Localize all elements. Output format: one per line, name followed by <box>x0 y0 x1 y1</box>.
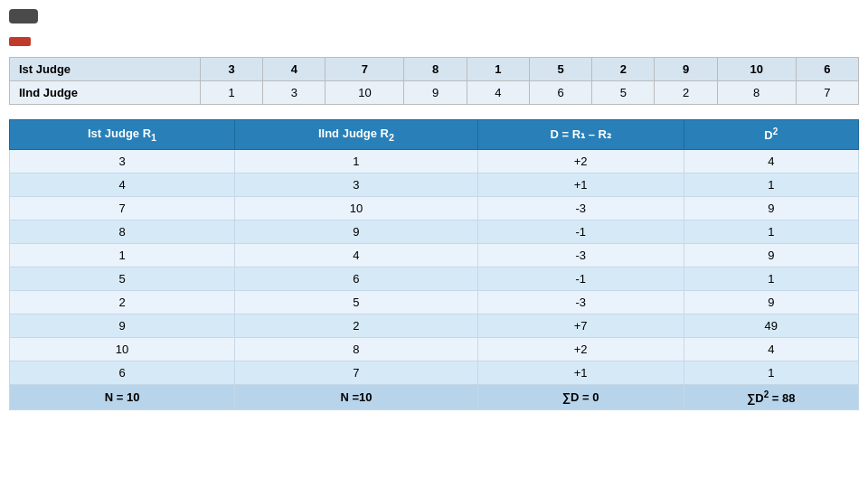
rank-cell: 7 <box>796 81 858 105</box>
rank-cell: 3 <box>263 81 326 105</box>
detail-cell: +7 <box>477 314 684 337</box>
rank-cell: 10 <box>717 58 796 81</box>
rank-cell: 5 <box>592 81 655 105</box>
detail-row: 43+11 <box>10 173 859 196</box>
detail-cell: 2 <box>10 290 235 314</box>
rank-cell: 8 <box>717 81 796 105</box>
detail-cell: 3 <box>10 149 235 173</box>
detail-cell: 6 <box>10 361 235 384</box>
detail-row: N = 10N =10∑D = 0∑D2 = 88 <box>10 384 859 409</box>
example-row <box>9 37 859 46</box>
rank-cell: 1 <box>200 81 262 105</box>
rank-cell: 8 <box>404 58 467 81</box>
rank-cell: 4 <box>467 81 529 105</box>
rank-cell: 4 <box>263 58 326 81</box>
detail-cell: 9 <box>235 220 478 243</box>
detail-cell: 5 <box>10 267 235 290</box>
detail-cell: 9 <box>684 243 858 267</box>
rank-row-label: IInd Judge <box>10 81 201 105</box>
detail-row: 108+24 <box>10 337 859 361</box>
detail-cell: -1 <box>477 267 684 290</box>
rank-cell: 7 <box>326 58 404 81</box>
rank-cell: 9 <box>404 81 467 105</box>
rank-cell: 6 <box>529 81 591 105</box>
detail-row: 89-11 <box>10 220 859 243</box>
ranks-table: Ist Judge34781529106IInd Judge1310946528… <box>9 57 859 105</box>
detail-cell: +2 <box>477 337 684 361</box>
detail-cell: ∑D = 0 <box>477 384 684 409</box>
detail-cell: 1 <box>684 361 858 384</box>
detail-cell: 1 <box>235 149 478 173</box>
detail-cell: 1 <box>684 220 858 243</box>
detail-row: 25-39 <box>10 290 859 314</box>
detail-cell: 3 <box>235 173 478 196</box>
detail-cell: 9 <box>10 314 235 337</box>
detail-row: 56-11 <box>10 267 859 290</box>
detail-cell: 4 <box>10 173 235 196</box>
detail-cell: 4 <box>235 243 478 267</box>
detail-cell: 6 <box>235 267 478 290</box>
detail-cell: +2 <box>477 149 684 173</box>
detail-header-1: IInd Judge R2 <box>235 120 478 150</box>
detail-cell: -3 <box>477 196 684 220</box>
detail-cell: 9 <box>684 290 858 314</box>
detail-row: 14-39 <box>10 243 859 267</box>
rank-cell: 2 <box>592 58 655 81</box>
detail-row: 67+11 <box>10 361 859 384</box>
detail-cell: -3 <box>477 243 684 267</box>
detail-cell: -3 <box>477 290 684 314</box>
rank-cell: 5 <box>529 58 591 81</box>
detail-cell: 5 <box>235 290 478 314</box>
detail-cell: 10 <box>235 196 478 220</box>
detail-cell: 2 <box>235 314 478 337</box>
detail-cell: 4 <box>684 149 858 173</box>
detail-cell: 7 <box>235 361 478 384</box>
detail-table: Ist Judge R1IInd Judge R2D = R₁ – R₂D2 3… <box>9 119 859 410</box>
detail-cell: 49 <box>684 314 858 337</box>
detail-cell: 1 <box>684 267 858 290</box>
detail-row: 710-39 <box>10 196 859 220</box>
detail-cell: 4 <box>684 337 858 361</box>
detail-header-0: Ist Judge R1 <box>10 120 235 150</box>
detail-cell: 10 <box>10 337 235 361</box>
detail-cell: 1 <box>10 243 235 267</box>
example-badge <box>9 37 31 46</box>
detail-cell: ∑D2 = 88 <box>684 384 858 409</box>
rank-cell: 10 <box>326 81 404 105</box>
detail-cell: +1 <box>477 361 684 384</box>
detail-header-3: D2 <box>684 120 858 150</box>
detail-cell: -1 <box>477 220 684 243</box>
detail-cell: N = 10 <box>10 384 235 409</box>
detail-row: 31+24 <box>10 149 859 173</box>
detail-cell: 8 <box>10 220 235 243</box>
detail-cell: +1 <box>477 173 684 196</box>
detail-cell: 8 <box>235 337 478 361</box>
rank-cell: 2 <box>655 81 717 105</box>
detail-cell: 7 <box>10 196 235 220</box>
rank-cell: 6 <box>796 58 858 81</box>
header-bar <box>9 9 38 23</box>
rank-row-label: Ist Judge <box>10 58 201 81</box>
rank-cell: 3 <box>200 58 262 81</box>
rank-cell: 1 <box>467 58 529 81</box>
detail-cell: 1 <box>684 173 858 196</box>
detail-row: 92+749 <box>10 314 859 337</box>
detail-cell: 9 <box>684 196 858 220</box>
rank-cell: 9 <box>655 58 717 81</box>
detail-header-2: D = R₁ – R₂ <box>477 120 684 150</box>
detail-cell: N =10 <box>235 384 478 409</box>
